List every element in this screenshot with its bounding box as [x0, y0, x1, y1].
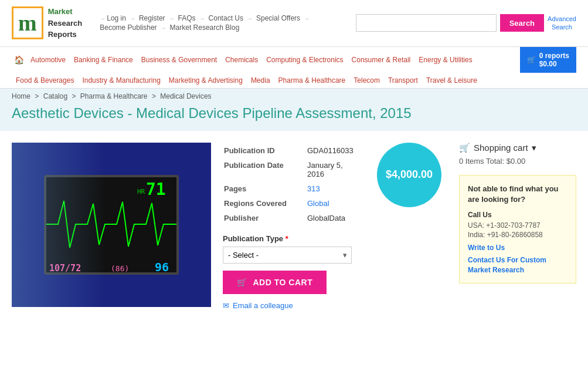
- cat-computing[interactable]: Computing & Electronics: [262, 52, 347, 68]
- logo-box: m: [12, 6, 43, 39]
- svg-text:HR: HR: [137, 188, 145, 195]
- category-nav: 🏠 Automotive Banking & Finance Business …: [0, 47, 588, 89]
- nav-login[interactable]: Log in: [107, 14, 126, 22]
- nav-arrow: →: [169, 15, 175, 22]
- breadcrumb-catalog[interactable]: Catalog: [43, 92, 67, 100]
- pub-id-label: Publication ID: [224, 144, 306, 157]
- cart-button[interactable]: 🛒 0 reports $0.00: [520, 47, 576, 73]
- cat-chemicals[interactable]: Chemicals: [221, 52, 262, 68]
- product-details-table: Publication ID GDA0116033 Publication Da…: [223, 143, 359, 226]
- svg-text:96: 96: [155, 260, 169, 274]
- price-area: $4,000.00: [377, 143, 441, 207]
- contact-custom-link[interactable]: Contact Us For Custom Market Research: [468, 256, 546, 274]
- shopping-cart-header[interactable]: 🛒 Shopping cart ▾: [459, 143, 576, 153]
- publisher-value: GlobalData: [307, 211, 358, 225]
- nav-blog[interactable]: Market Research Blog: [170, 23, 240, 32]
- product-details-col: Publication ID GDA0116033 Publication Da…: [223, 143, 359, 310]
- regions-value: Global: [307, 197, 358, 210]
- cart-icon: 🛒: [237, 278, 247, 287]
- breadcrumb: Home > Catalog > Pharma & Healthcare > M…: [12, 92, 576, 100]
- logo-text: Market Research Reports: [48, 6, 83, 41]
- pub-type-label: Publication Type *: [223, 234, 359, 243]
- cat-industry[interactable]: Industry & Manufacturing: [78, 73, 164, 88]
- cat-travel[interactable]: Travel & Leisure: [422, 73, 481, 88]
- cat-row-1: 🏠 Automotive Banking & Finance Business …: [12, 47, 576, 73]
- nav-arrow: →: [100, 15, 106, 22]
- logo-letter: m: [18, 12, 37, 34]
- right-sidebar: 🛒 Shopping cart ▾ 0 Items Total: $0.00 N…: [459, 143, 576, 284]
- pages-label: Pages: [224, 182, 306, 195]
- cat-media[interactable]: Media: [247, 73, 274, 88]
- cart-summary: 0 Items Total: $0.00: [459, 157, 576, 166]
- header: m Market Research Reports → Log in → Reg…: [0, 0, 588, 47]
- search-button[interactable]: Search: [500, 14, 544, 32]
- breadcrumb-sep: >: [72, 92, 76, 100]
- pub-date-value: January 5, 2016: [307, 158, 358, 181]
- nav-arrow: →: [161, 25, 166, 31]
- cat-telecom[interactable]: Telecom: [349, 73, 384, 88]
- page-title: Aesthetic Devices - Medical Devices Pipe…: [12, 105, 576, 122]
- add-to-cart-button[interactable]: 🛒 ADD TO CART: [223, 271, 327, 294]
- regions-label: Regions Covered: [224, 197, 306, 210]
- shopping-cart-section: 🛒 Shopping cart ▾ 0 Items Total: $0.00: [459, 143, 576, 166]
- breadcrumb-current: Medical Devices: [160, 92, 211, 100]
- cat-marketing[interactable]: Marketing & Advertising: [165, 73, 247, 88]
- write-to-us-link[interactable]: Write to Us: [468, 244, 567, 252]
- pub-id-value: GDA0116033: [307, 144, 358, 157]
- product-image-placeholder: 71 HR 107/72 (86) 96: [12, 143, 211, 307]
- svg-text:(86): (86): [111, 264, 129, 273]
- breadcrumb-pharma[interactable]: Pharma & Healthcare: [80, 92, 148, 100]
- cat-consumer[interactable]: Consumer & Retail: [348, 52, 415, 68]
- cat-food[interactable]: Food & Beverages: [12, 73, 78, 88]
- nav-contact[interactable]: Contact Us: [209, 14, 243, 22]
- search-area: Search AdvancedSearch: [356, 14, 576, 32]
- help-box: Not able to find what you are looking fo…: [459, 175, 576, 284]
- nav-arrow: →: [199, 15, 205, 22]
- cat-automotive[interactable]: Automotive: [26, 52, 70, 68]
- breadcrumb-title-area: Home > Catalog > Pharma & Healthcare > M…: [0, 89, 588, 131]
- required-star: *: [285, 234, 288, 243]
- nav-faqs[interactable]: FAQs: [178, 14, 196, 22]
- nav-links-area: → Log in → Register → FAQs → Contact Us …: [100, 14, 355, 32]
- breadcrumb-sep: >: [152, 92, 156, 100]
- call-us-label: Call Us: [468, 211, 567, 219]
- product-image: 71 HR 107/72 (86) 96: [12, 143, 211, 307]
- add-to-cart-label: ADD TO CART: [253, 278, 313, 287]
- logo-area: m Market Research Reports: [12, 6, 82, 41]
- help-heading: Not able to find what you are looking fo…: [468, 184, 567, 205]
- svg-text:71: 71: [146, 180, 166, 199]
- cat-transport[interactable]: Transport: [384, 73, 422, 88]
- nav-arrow: →: [247, 15, 253, 22]
- dropdown-arrow-icon: ▾: [532, 143, 536, 153]
- cat-row-2: Food & Beverages Industry & Manufacturin…: [12, 73, 576, 88]
- cat-banking[interactable]: Banking & Finance: [70, 52, 137, 68]
- search-input[interactable]: [356, 14, 497, 32]
- nav-arrow: →: [304, 15, 310, 22]
- nav-register[interactable]: Register: [139, 14, 165, 22]
- breadcrumb-home[interactable]: Home: [12, 92, 30, 100]
- publisher-label: Publisher: [224, 211, 306, 225]
- email-colleague-link[interactable]: ✉ Email a colleague: [223, 301, 359, 310]
- cart-icon: 🛒: [527, 56, 536, 64]
- home-icon: 🏠: [12, 52, 26, 68]
- pub-date-label: Publication Date: [224, 158, 306, 181]
- cat-energy[interactable]: Energy & Utilities: [414, 52, 476, 68]
- cart-icon: 🛒: [459, 143, 470, 153]
- phone-usa: USA: +1-302-703-7787: [468, 221, 567, 230]
- main-content: 71 HR 107/72 (86) 96 Publication ID GDA0…: [0, 131, 588, 322]
- cat-pharma[interactable]: Pharma & Healthcare: [274, 73, 350, 88]
- nav-arrow: →: [130, 15, 135, 22]
- nav-publisher[interactable]: Become Publisher: [100, 23, 157, 32]
- pages-value: 313: [307, 182, 358, 195]
- publication-type-select[interactable]: - Select -: [223, 247, 352, 264]
- cat-business[interactable]: Business & Government: [137, 52, 221, 68]
- select-wrapper: - Select - ▾: [223, 247, 352, 264]
- phone-india: India: +91-80-26860858: [468, 231, 567, 239]
- email-icon: ✉: [223, 301, 229, 310]
- price-circle: $4,000.00: [377, 143, 441, 207]
- advanced-search-link[interactable]: AdvancedSearch: [548, 15, 576, 32]
- nav-offers[interactable]: Special Offers: [256, 14, 300, 22]
- breadcrumb-sep: >: [35, 92, 39, 100]
